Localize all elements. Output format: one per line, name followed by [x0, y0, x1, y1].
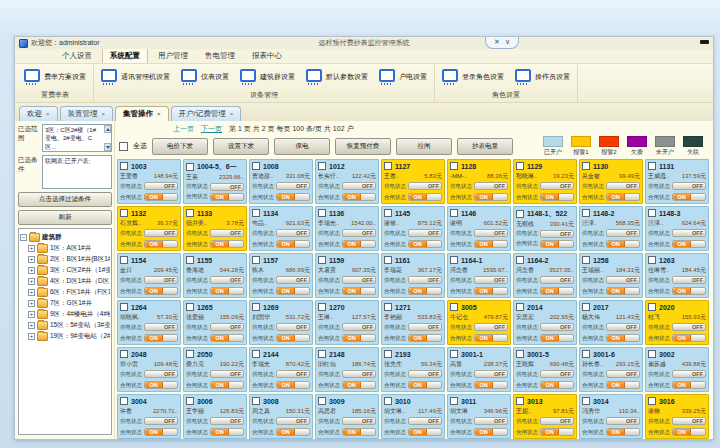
meter-card[interactable]: 1129鄂晓琳..19.23元供电状态OFF合闸状态ON	[513, 159, 577, 204]
tree-item-4[interactable]: +4区：D区1#井（D区1	[20, 276, 110, 287]
close-status-toggle[interactable]: ON	[540, 428, 574, 436]
meter-card[interactable]: 3005牛记仓479.87元供电状态OFF合闸状态ON	[447, 300, 511, 345]
meter-card[interactable]: 1008曹迪甜..331.08元供电状态OFF合闸状态ON	[249, 159, 313, 204]
supply-status-toggle[interactable]: OFF	[474, 182, 508, 190]
meter-checkbox[interactable]	[252, 162, 260, 170]
meter-card[interactable]: 3011胡文琳346.96元供电状态OFF合闸状态ON	[447, 394, 511, 439]
meter-card[interactable]: 2017杨大伟121.43元供电状态OFF合闸状态ON	[579, 300, 643, 345]
expand-icon[interactable]: +	[28, 267, 35, 274]
meter-checkbox[interactable]	[252, 303, 260, 311]
toolbar-button-6[interactable]: 抄表电量	[457, 138, 513, 155]
ribbon-button[interactable]: 默认参数设置	[304, 67, 370, 88]
meter-checkbox[interactable]	[318, 397, 326, 405]
meter-checkbox[interactable]	[252, 350, 260, 358]
meter-checkbox[interactable]	[186, 303, 194, 311]
supply-status-toggle[interactable]: OFF	[408, 229, 442, 237]
meter-card[interactable]: 2020桂飞155.93元供电状态OFF合闸状态ON	[645, 300, 709, 345]
meter-card[interactable]: 1133德井美..3.78元供电状态OFF合闸状态ON	[183, 206, 247, 251]
close-status-toggle[interactable]: ON	[672, 287, 706, 295]
supply-status-toggle[interactable]: OFF	[672, 276, 706, 284]
meter-checkbox[interactable]	[120, 397, 128, 405]
supply-status-toggle[interactable]: OFF	[540, 276, 574, 284]
supply-status-toggle[interactable]: OFF	[672, 229, 706, 237]
supply-status-toggle[interactable]: OFF	[672, 417, 706, 425]
close-status-toggle[interactable]: ON	[210, 334, 244, 342]
supply-status-toggle[interactable]: OFF	[342, 276, 376, 284]
meter-checkbox[interactable]	[582, 397, 590, 405]
ribbon-button[interactable]: 费率方案设置	[22, 67, 88, 88]
close-status-toggle[interactable]: ON	[672, 240, 706, 248]
expand-icon[interactable]: +	[28, 311, 35, 318]
supply-status-toggle[interactable]: OFF	[474, 417, 508, 425]
close-status-toggle[interactable]: ON	[672, 334, 706, 342]
meter-card[interactable]: 1136李瑞光..1542.00..供电状态OFF合闸状态ON	[315, 206, 379, 251]
close-status-toggle[interactable]: ON	[210, 381, 244, 389]
close-status-toggle[interactable]: ON	[672, 193, 706, 201]
supply-status-toggle[interactable]: OFF	[210, 417, 244, 425]
close-status-toggle[interactable]: ON	[342, 240, 376, 248]
supply-status-toggle[interactable]: OFF	[210, 323, 244, 331]
tab-close-icon[interactable]: ×	[46, 111, 50, 117]
close-status-toggle[interactable]: ON	[144, 428, 178, 436]
meter-card[interactable]: 1131王威霞..137.59元供电状态OFF合闸状态ON	[645, 159, 709, 204]
supply-status-toggle[interactable]: OFF	[144, 370, 178, 378]
close-status-toggle[interactable]: ON	[606, 240, 640, 248]
supply-status-toggle[interactable]: OFF	[276, 417, 310, 425]
close-status-toggle[interactable]: ON	[606, 428, 640, 436]
tree-item-6[interactable]: +7区：G区1#井	[20, 298, 110, 309]
expand-icon[interactable]: +	[28, 300, 35, 307]
close-status-toggle[interactable]: ON	[276, 193, 310, 201]
close-status-toggle[interactable]: ON	[540, 193, 574, 201]
meter-checkbox[interactable]	[582, 209, 590, 217]
supply-status-toggle[interactable]: OFF	[342, 370, 376, 378]
meter-card[interactable]: 3001-6孙长春..293.15元供电状态OFF合闸状态ON	[579, 347, 643, 392]
supply-status-toggle[interactable]: OFF	[606, 182, 640, 190]
supply-status-toggle[interactable]: OFF	[672, 323, 706, 331]
meter-card[interactable]: 1132石京辉..36.37元供电状态OFF合闸状态ON	[117, 206, 181, 251]
toolbar-button-5[interactable]: 拉闸	[396, 138, 452, 155]
close-status-toggle[interactable]: ON	[672, 381, 706, 389]
toolbar-button-1[interactable]: 电价下发	[152, 138, 208, 155]
meter-checkbox[interactable]	[318, 350, 326, 358]
supply-status-toggle[interactable]: OFF	[606, 229, 640, 237]
meter-checkbox[interactable]	[318, 162, 326, 170]
meter-checkbox[interactable]	[186, 209, 194, 217]
meter-checkbox[interactable]	[384, 397, 392, 405]
tree-item-3[interactable]: +3区：C区2#井（1#变	[20, 265, 110, 276]
supply-status-toggle[interactable]: OFF	[606, 276, 640, 284]
close-status-toggle[interactable]: ON	[144, 193, 178, 201]
meter-card[interactable]: 3006王学丽126.83元供电状态OFF合闸状态ON	[183, 394, 247, 439]
expand-icon[interactable]: +	[28, 256, 35, 263]
close-status-toggle[interactable]: ON	[408, 240, 442, 248]
supply-status-toggle[interactable]: OFF	[606, 417, 640, 425]
close-status-toggle[interactable]: ON	[342, 193, 376, 201]
close-status-toggle[interactable]: ON	[474, 240, 508, 248]
meter-card[interactable]: 2148旧红仙186.74元供电状态OFF合闸状态ON	[315, 347, 379, 392]
refresh-button[interactable]: 刷新	[18, 210, 112, 225]
close-status-toggle[interactable]: ON	[210, 193, 244, 201]
meter-checkbox[interactable]	[384, 209, 392, 217]
supply-status-toggle[interactable]: OFF	[342, 417, 376, 425]
scroll-down-icon[interactable]	[104, 143, 111, 151]
tab-close-icon[interactable]: ×	[157, 111, 161, 117]
meter-checkbox[interactable]	[450, 397, 458, 405]
close-status-toggle[interactable]: ON	[672, 428, 706, 436]
tab-close-icon[interactable]: ×	[102, 111, 106, 117]
close-status-toggle[interactable]: ON	[342, 287, 376, 295]
meter-checkbox[interactable]	[582, 162, 590, 170]
tree-root-item[interactable]: −建筑群	[20, 232, 110, 243]
meter-checkbox[interactable]	[648, 303, 656, 311]
supply-status-toggle[interactable]: OFF	[210, 229, 244, 237]
meter-card[interactable]: 2144李瑞光870.42元供电状态OFF合闸状态ON	[249, 347, 313, 392]
meter-checkbox[interactable]	[318, 209, 326, 217]
meter-checkbox[interactable]	[120, 162, 128, 170]
expand-icon[interactable]: +	[28, 278, 35, 285]
scroll-up-icon[interactable]	[104, 125, 111, 133]
meter-card[interactable]: 1265张爱丽155.09元供电状态OFF合闸状态ON	[183, 300, 247, 345]
supply-status-toggle[interactable]: OFF	[540, 370, 574, 378]
meter-card[interactable]: 3014冯秀华110.34..供电状态OFF合闸状态ON	[579, 394, 643, 439]
selected-condition-box[interactable]: 联网表;已开户表;	[42, 155, 112, 189]
supply-status-toggle[interactable]: OFF	[144, 417, 178, 425]
supply-status-toggle[interactable]: OFF	[606, 323, 640, 331]
close-status-toggle[interactable]: ON	[210, 240, 244, 248]
